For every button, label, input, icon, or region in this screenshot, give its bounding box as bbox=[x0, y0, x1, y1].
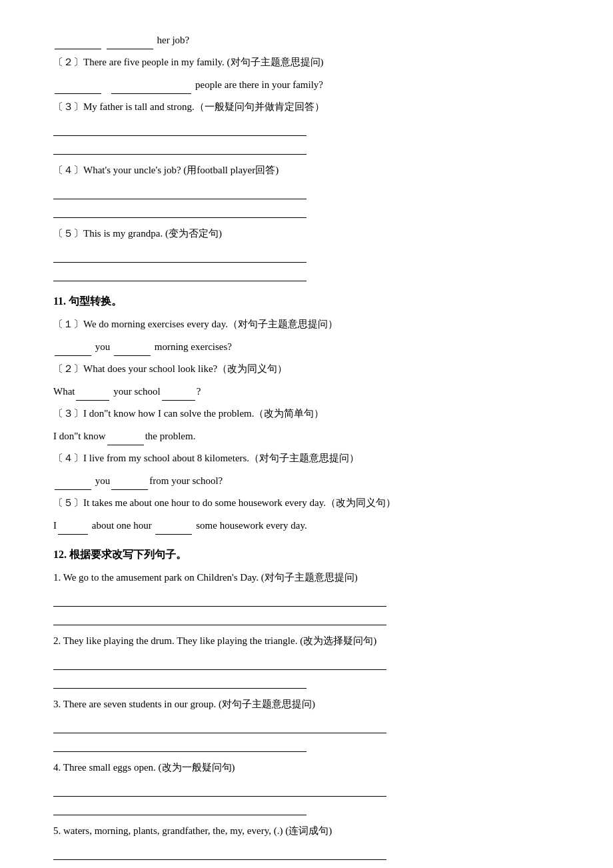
q2-header: 〔２〕There are five people in my family. (… bbox=[53, 53, 560, 71]
prev-answer-line: her job? bbox=[53, 31, 560, 49]
q5-header: 〔５〕This is my grandpa. (变为否定句) bbox=[53, 225, 560, 243]
s12-q3-answer bbox=[53, 717, 560, 752]
q3-header: 〔３〕My father is tall and strong.（一般疑问句并做… bbox=[53, 98, 560, 116]
s12-q2-line-2 bbox=[53, 673, 306, 689]
s11-q2-blank1 bbox=[76, 382, 109, 401]
s12-q1-answer bbox=[53, 591, 560, 625]
s12-q1-line-2 bbox=[53, 609, 386, 625]
s12-q2-answer bbox=[53, 654, 560, 689]
q2-answer-line: people are there in your family? bbox=[53, 75, 560, 94]
q5-line-2 bbox=[53, 265, 306, 281]
s11-q2-header: 〔２〕What does your school look like?（改为同义… bbox=[53, 360, 560, 378]
q4-header: 〔４〕What's your uncle's job? (用football p… bbox=[53, 161, 560, 179]
s12-q5-line-1 bbox=[53, 844, 386, 860]
s11-q3-answer: I don"t know the problem. bbox=[53, 427, 560, 445]
s11-q1-blank1 bbox=[55, 337, 91, 356]
s11-q1-blank2 bbox=[114, 337, 151, 356]
s11-q5-answer: I about one hour some housework every da… bbox=[53, 516, 560, 535]
q2-blank-1 bbox=[55, 75, 101, 94]
s12-q5-answer bbox=[53, 844, 560, 868]
s12-q1-text: 1. We go to the amusement park on Childr… bbox=[53, 569, 560, 587]
s11-q5-header: 〔５〕It takes me about one hour to do some… bbox=[53, 494, 560, 512]
s12-q2-line-1 bbox=[53, 654, 386, 670]
s12-q3-text: 3. There are seven students in our group… bbox=[53, 695, 560, 713]
s11-q3-blank bbox=[107, 427, 144, 445]
s12-q4-line-2 bbox=[53, 799, 306, 815]
s11-q5-blank2 bbox=[155, 516, 192, 535]
q2-blank-2 bbox=[111, 75, 191, 94]
s11-q4-blank2 bbox=[111, 471, 148, 490]
q3-line-1 bbox=[53, 120, 306, 136]
s11-q2-blank2 bbox=[162, 382, 195, 401]
s12-q3-line-1 bbox=[53, 717, 386, 733]
s11-q4-header: 〔４〕I live from my school about 8 kilomet… bbox=[53, 449, 560, 467]
s12-q4-text: 4. Three small eggs open. (改为一般疑问句) bbox=[53, 759, 560, 777]
s11-q3-header: 〔３〕I don"t know how I can solve the prob… bbox=[53, 405, 560, 423]
q4-answer-block bbox=[53, 183, 560, 218]
s11-q1-answer: you morning exercises? bbox=[53, 337, 560, 356]
s11-q4-blank1 bbox=[55, 471, 91, 490]
section11-title: 11. 句型转换。 bbox=[53, 292, 560, 311]
s11-q4-answer: you from your school? bbox=[53, 471, 560, 490]
q3-answer-block bbox=[53, 120, 560, 155]
q5-answer-block bbox=[53, 247, 560, 281]
blank-prev-1 bbox=[55, 31, 101, 49]
s12-q5-text: 5. waters, morning, plants, grandfather,… bbox=[53, 822, 560, 840]
main-content: her job? 〔２〕There are five people in my … bbox=[53, 31, 560, 868]
section12-title: 12. 根据要求改写下列句子。 bbox=[53, 545, 560, 565]
s11-q5-blank1 bbox=[58, 516, 88, 535]
s12-q5-line-2 bbox=[53, 863, 306, 868]
blank-prev-2 bbox=[107, 31, 153, 49]
s12-q2-text: 2. They like playing the drum. They like… bbox=[53, 632, 560, 650]
q4-line-2 bbox=[53, 202, 306, 218]
s12-q3-line-2 bbox=[53, 736, 306, 752]
s12-q1-line-1 bbox=[53, 591, 386, 607]
q5-line-1 bbox=[53, 247, 306, 263]
s11-q1-header: 〔１〕We do morning exercises every day.（对句… bbox=[53, 315, 560, 333]
s11-q2-answer: What your school ? bbox=[53, 382, 560, 401]
q4-line-1 bbox=[53, 183, 306, 199]
s12-q4-answer bbox=[53, 781, 560, 815]
s12-q4-line-1 bbox=[53, 781, 386, 797]
q3-line-2 bbox=[53, 139, 306, 155]
